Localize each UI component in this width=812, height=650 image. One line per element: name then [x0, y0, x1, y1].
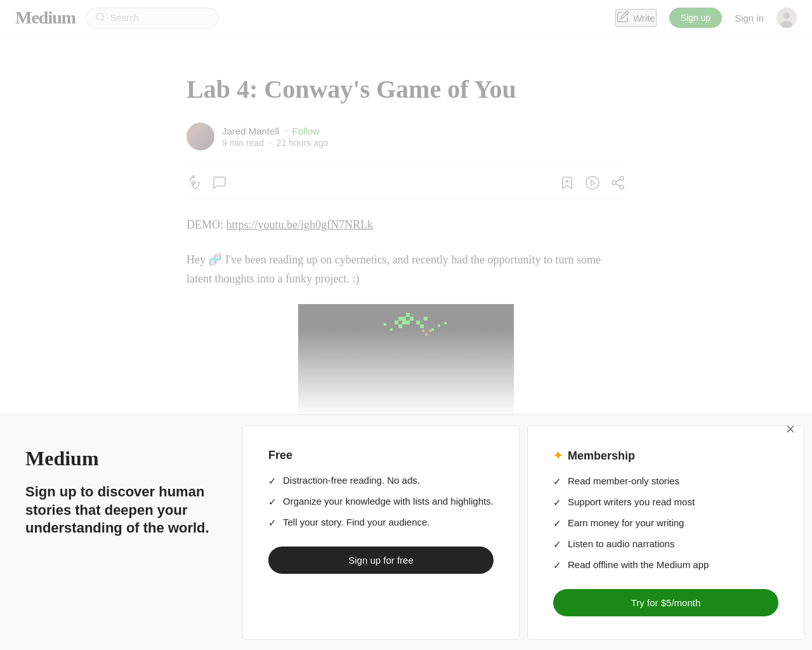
- signin-button[interactable]: Sign in: [735, 13, 764, 23]
- membership-card: ✦ Membership ✓ Read member-only stories …: [527, 425, 804, 494]
- author-name: Jared Mantell: [222, 126, 279, 136]
- svg-rect-23: [395, 321, 398, 324]
- membership-feature-text-1: Read member-only stories: [568, 475, 679, 486]
- share-button[interactable]: [610, 175, 625, 190]
- game-pixels-svg: [298, 304, 514, 431]
- svg-rect-18: [406, 321, 410, 324]
- close-icon: [784, 423, 797, 435]
- free-feature-list: ✓ Distraction-free reading. No ads. ✓ Or…: [268, 475, 494, 494]
- overlay-inner: Medium Sign up to discover human stories…: [0, 415, 812, 494]
- svg-line-1: [102, 19, 104, 21]
- svg-rect-22: [416, 321, 420, 324]
- svg-point-3: [783, 13, 790, 19]
- clap-icon: [187, 175, 202, 190]
- check-icon-1: ✓: [268, 475, 277, 487]
- navbar-left: Medium: [15, 8, 219, 29]
- author-name-row: Jared Mantell · Follow: [222, 125, 329, 136]
- game-image-container: [187, 304, 625, 431]
- author-row: Jared Mantell · Follow 9 min read · 21 h…: [187, 123, 625, 150]
- svg-rect-27: [438, 324, 440, 327]
- overlay-tagline: Sign up to discover human stories that d…: [25, 483, 209, 494]
- svg-rect-31: [425, 333, 428, 336]
- search-container: [86, 8, 219, 29]
- svg-marker-8: [591, 180, 595, 185]
- comment-button[interactable]: [212, 175, 227, 190]
- membership-star-icon: ✦: [553, 449, 563, 463]
- membership-check-1: ✓: [553, 476, 561, 488]
- bottom-overlay: Medium Sign up to discover human stories…: [0, 415, 812, 494]
- listen-icon: [585, 175, 600, 190]
- svg-line-13: [616, 180, 620, 182]
- user-avatar[interactable]: [776, 8, 797, 28]
- search-icon: [95, 12, 105, 24]
- listen-button[interactable]: [585, 175, 600, 190]
- share-icon: [610, 175, 625, 190]
- svg-rect-17: [402, 321, 406, 324]
- time-ago: 21 hours ago: [277, 138, 329, 148]
- svg-rect-28: [444, 322, 447, 324]
- svg-point-10: [612, 181, 616, 185]
- save-icon: [560, 175, 575, 190]
- body-paragraph: Hey 🧬 I've been reading up on cybernetic…: [187, 250, 625, 289]
- save-button[interactable]: [560, 175, 575, 190]
- author-avatar[interactable]: [187, 123, 214, 150]
- svg-rect-33: [422, 329, 424, 332]
- svg-line-12: [616, 184, 620, 187]
- demo-prefix: DEMO:: [187, 218, 226, 231]
- write-button[interactable]: Write: [615, 9, 657, 27]
- free-feature-1: ✓ Distraction-free reading. No ads.: [268, 475, 494, 487]
- actions-bar: [187, 166, 625, 200]
- author-info: Jared Mantell · Follow 9 min read · 21 h…: [222, 125, 329, 148]
- game-of-life-image: [298, 304, 514, 431]
- free-feature-text-1: Distraction-free reading. No ads.: [283, 475, 420, 486]
- search-input[interactable]: [110, 13, 206, 23]
- svg-rect-26: [431, 328, 434, 331]
- membership-feature-1: ✓ Read member-only stories: [553, 475, 778, 488]
- write-icon: [617, 10, 629, 25]
- membership-title-text: Membership: [568, 449, 635, 463]
- medium-logo[interactable]: Medium: [15, 8, 75, 28]
- overlay-medium-logo: Medium: [25, 447, 209, 470]
- article-body: DEMO: https://youtu.be/igh0gfN7NRLk Hey …: [187, 215, 625, 289]
- free-card: Free ✓ Distraction-free reading. No ads.…: [242, 425, 520, 494]
- svg-rect-25: [424, 317, 428, 321]
- svg-rect-21: [406, 313, 410, 317]
- membership-card-title: ✦ Membership: [553, 449, 778, 463]
- free-card-title: Free: [268, 449, 494, 462]
- signup-button[interactable]: Sign up: [669, 8, 722, 28]
- actions-right: [560, 175, 625, 190]
- overlay-left: Medium Sign up to discover human stories…: [0, 415, 235, 494]
- svg-rect-32: [429, 329, 431, 332]
- svg-point-7: [586, 176, 599, 189]
- svg-point-11: [620, 185, 624, 189]
- svg-rect-16: [402, 317, 406, 321]
- demo-link[interactable]: https://youtu.be/igh0gfN7NRLk: [226, 218, 374, 231]
- article-title: Lab 4: Conway's Game of You: [187, 74, 625, 105]
- write-label: Write: [633, 13, 655, 23]
- navbar-right: Write Sign up Sign in: [615, 8, 797, 28]
- read-time: 9 min read: [222, 138, 264, 148]
- svg-rect-20: [398, 324, 402, 328]
- svg-rect-30: [384, 323, 386, 326]
- navbar: Medium Write Sign up Sign in: [0, 0, 812, 36]
- svg-rect-15: [398, 317, 402, 321]
- svg-point-9: [620, 176, 624, 180]
- membership-feature-list: ✓ Read member-only stories ✓ Support wri…: [553, 475, 778, 494]
- close-button[interactable]: [784, 423, 797, 439]
- clap-button[interactable]: [187, 175, 202, 190]
- svg-rect-24: [420, 324, 424, 328]
- svg-rect-19: [410, 317, 414, 321]
- svg-point-0: [96, 13, 103, 20]
- svg-rect-29: [390, 328, 393, 331]
- article-section: DEMO: https://youtu.be/igh0gfN7NRLk Hey …: [187, 215, 625, 431]
- article-meta: 9 min read · 21 hours ago: [222, 138, 329, 148]
- follow-button[interactable]: Follow: [292, 126, 320, 136]
- dot-separator: ·: [284, 125, 287, 136]
- actions-left: [187, 175, 227, 190]
- demo-paragraph: DEMO: https://youtu.be/igh0gfN7NRLk: [187, 215, 625, 235]
- comment-icon: [212, 175, 227, 190]
